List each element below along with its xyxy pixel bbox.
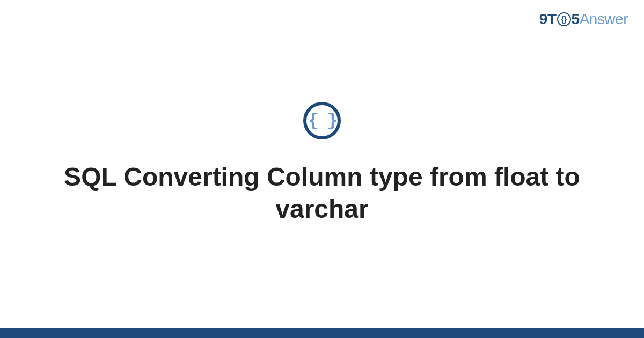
braces-glyph: { } bbox=[308, 112, 336, 130]
footer-accent-bar bbox=[0, 328, 644, 338]
main-content: { } SQL Converting Column type from floa… bbox=[0, 0, 644, 338]
page-title: SQL Converting Column type from float to… bbox=[32, 161, 612, 225]
code-braces-icon: { } bbox=[303, 102, 341, 139]
